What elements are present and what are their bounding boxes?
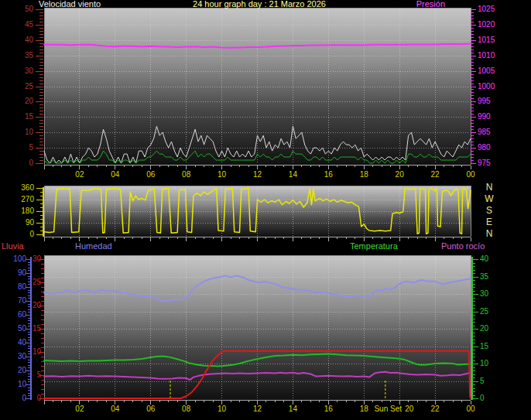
- humidity-title: Humedad: [75, 241, 112, 251]
- temperature_c-line: [44, 353, 471, 366]
- dew_point_c-line: [44, 372, 471, 380]
- weather-graph-window: 0510152025303540455097598098599099510001…: [0, 0, 531, 420]
- rain-title: Lluvia: [2, 241, 24, 251]
- temperature-title: Temperatura: [350, 241, 398, 251]
- pressure-title: Presión: [352, 0, 445, 9]
- graph-title: 24 hour graph day : 21 Marzo 2026: [129, 0, 389, 9]
- wind-speed-title: Velocidad viento: [39, 0, 101, 9]
- dew-point-title: Punto rocío: [441, 241, 485, 251]
- chart-canvas: [0, 0, 531, 420]
